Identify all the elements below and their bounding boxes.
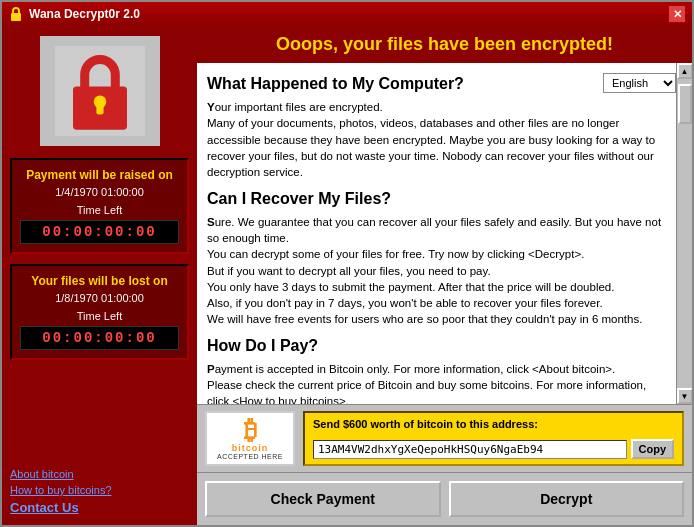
lock-graphic xyxy=(55,46,145,136)
links-area: About bitcoin How to buy bitcoins? Conta… xyxy=(10,460,189,515)
section2-p5: Also, if you don't pay in 7 days, you wo… xyxy=(207,295,666,311)
header-wrapper: Ooops, your files have been encrypted! E… xyxy=(197,26,692,63)
section2-p1: Sure. We guarantee that you can recover … xyxy=(207,214,666,246)
check-payment-button[interactable]: Check Payment xyxy=(205,481,441,517)
files-lost-timelabel: Time Left xyxy=(20,310,179,322)
main-content: Payment will be raised on 1/4/1970 01:00… xyxy=(2,26,692,525)
header-text: Ooops, your files have been encrypted! xyxy=(276,34,613,55)
lock-icon-small xyxy=(8,6,24,22)
bitcoin-name: bitcoin xyxy=(232,443,269,453)
bitcoin-logo: ₿ bitcoin ACCEPTED HERE xyxy=(205,411,295,466)
window-title: Wana Decrypt0r 2.0 xyxy=(29,7,140,21)
content-area: What Happened to My Computer? Your impor… xyxy=(197,63,692,404)
address-row: Copy xyxy=(313,439,674,459)
section1-p2: Many of your documents, photos, videos, … xyxy=(207,115,666,179)
scrollable-text[interactable]: What Happened to My Computer? Your impor… xyxy=(197,63,676,404)
bitcoin-b-symbol: ₿ xyxy=(244,417,257,443)
scrollbar-thumb[interactable] xyxy=(678,84,692,124)
section2-p6: We will have free events for users who a… xyxy=(207,311,666,327)
payment-raise-timer: 00:00:00:00 xyxy=(20,220,179,244)
files-lost-box: Your files will be lost on 1/8/1970 01:0… xyxy=(10,264,189,360)
files-lost-title: Your files will be lost on xyxy=(20,274,179,288)
section3-p2: Please check the current price of Bitcoi… xyxy=(207,377,666,404)
svg-rect-4 xyxy=(96,104,103,115)
payment-raise-box: Payment will be raised on 1/4/1970 01:00… xyxy=(10,158,189,254)
files-lost-date: 1/8/1970 01:00:00 xyxy=(20,292,179,304)
address-section: Send $600 worth of bitcoin to this addre… xyxy=(303,411,684,466)
section2-heading: Can I Recover My Files? xyxy=(207,188,666,210)
bitcoin-address-input[interactable] xyxy=(313,440,627,459)
files-lost-timer: 00:00:00:00 xyxy=(20,326,179,350)
scrollbar: ▲ ▼ xyxy=(676,63,692,404)
decrypt-button[interactable]: Decrypt xyxy=(449,481,685,517)
scroll-up-button[interactable]: ▲ xyxy=(677,63,693,79)
scroll-down-button[interactable]: ▼ xyxy=(677,388,693,404)
left-panel: Payment will be raised on 1/4/1970 01:00… xyxy=(2,26,197,525)
section3-p1: Payment is accepted in Bitcoin only. For… xyxy=(207,361,666,377)
svg-rect-0 xyxy=(11,13,21,21)
bitcoin-accepted-text: ACCEPTED HERE xyxy=(217,453,283,460)
language-select[interactable]: English 中文 Español Français Deutsch xyxy=(603,73,676,93)
section2-p4: You only have 3 days to submit the payme… xyxy=(207,279,666,295)
payment-raise-date: 1/4/1970 01:00:00 xyxy=(20,186,179,198)
send-label: Send $600 worth of bitcoin to this addre… xyxy=(313,418,674,430)
section1-heading: What Happened to My Computer? xyxy=(207,73,666,95)
about-bitcoin-link[interactable]: About bitcoin xyxy=(10,468,189,480)
copy-button[interactable]: Copy xyxy=(631,439,675,459)
main-window: Wana Decrypt0r 2.0 ✕ Payment will be rai… xyxy=(0,0,694,527)
lock-image xyxy=(40,36,160,146)
section1-p1: Your important files are encrypted. xyxy=(207,99,666,115)
payment-raise-timelabel: Time Left xyxy=(20,204,179,216)
bitcoin-area: ₿ bitcoin ACCEPTED HERE Send $600 worth … xyxy=(197,404,692,472)
section2-p3: But if you want to decrypt all your file… xyxy=(207,263,666,279)
scrollbar-track[interactable] xyxy=(677,79,692,388)
title-bar: Wana Decrypt0r 2.0 ✕ xyxy=(2,2,692,26)
section2-p2: You can decrypt some of your files for f… xyxy=(207,246,666,262)
contact-us-link[interactable]: Contact Us xyxy=(10,500,189,515)
title-bar-left: Wana Decrypt0r 2.0 xyxy=(8,6,140,22)
right-panel: Ooops, your files have been encrypted! E… xyxy=(197,26,692,525)
payment-raise-title: Payment will be raised on xyxy=(20,168,179,182)
section3-heading: How Do I Pay? xyxy=(207,335,666,357)
how-to-buy-link[interactable]: How to buy bitcoins? xyxy=(10,484,189,496)
bottom-buttons: Check Payment Decrypt xyxy=(197,472,692,525)
close-button[interactable]: ✕ xyxy=(668,5,686,23)
